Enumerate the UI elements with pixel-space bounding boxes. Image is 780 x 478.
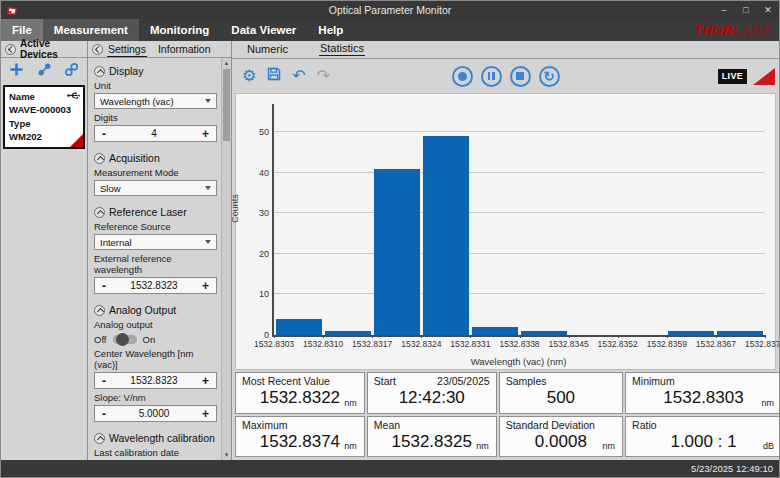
- scrollbar-thumb[interactable]: [223, 69, 230, 141]
- x-tick-label: 1532.8359: [647, 339, 687, 349]
- section-analog-title: Analog Output: [109, 304, 176, 316]
- center-plus-button[interactable]: +: [202, 375, 209, 387]
- x-tick-mark: [618, 335, 619, 338]
- collapse-display-icon[interactable]: [94, 66, 105, 77]
- x-tick-label: 1532.8310: [303, 339, 343, 349]
- digits-label: Digits: [94, 112, 217, 123]
- reference-source-select[interactable]: Internal: [94, 234, 217, 250]
- minimize-button[interactable]: –: [713, 1, 735, 19]
- histogram-bar: [374, 169, 420, 335]
- menu-help[interactable]: Help: [307, 19, 354, 41]
- digits-plus-button[interactable]: +: [202, 128, 209, 140]
- collapse-calibration-icon[interactable]: [94, 433, 105, 444]
- undo-button[interactable]: ↶: [292, 68, 305, 84]
- y-tick-label: 50: [244, 127, 269, 137]
- collapse-acquisition-icon[interactable]: [94, 153, 105, 164]
- stat-value: 1532.8325: [374, 432, 490, 452]
- section-display[interactable]: Display: [94, 65, 217, 77]
- refresh-icon: ↻: [544, 70, 555, 83]
- stat-start: Start23/05/2025 12:42:30: [367, 372, 497, 414]
- center-minus-button[interactable]: -: [102, 375, 106, 387]
- pause-icon: [488, 72, 495, 80]
- menu-data-viewer[interactable]: Data Viewer: [220, 19, 307, 41]
- tab-numeric[interactable]: Numeric: [246, 42, 289, 56]
- tab-information[interactable]: Information: [157, 42, 212, 56]
- section-acquisition-title: Acquisition: [109, 152, 160, 164]
- record-button[interactable]: [452, 66, 473, 87]
- stat-label: Ratio: [632, 419, 657, 431]
- external-ref-stepper[interactable]: - 1532.8323 +: [94, 277, 217, 294]
- stat-unit: nm: [476, 441, 489, 451]
- add-device-button[interactable]: [9, 62, 24, 81]
- external-ref-plus-button[interactable]: +: [202, 280, 209, 292]
- measurement-mode-select[interactable]: Slow: [94, 180, 217, 196]
- toggle-on-label: On: [143, 334, 156, 345]
- collapse-settings-icon[interactable]: [92, 44, 103, 55]
- scroll-down-icon[interactable]: ▼: [222, 450, 231, 460]
- stat-value: 0.0008: [506, 432, 616, 452]
- section-analog-output[interactable]: Analog Output: [94, 304, 217, 316]
- chart-toolbar: ⚙ ↶ ↷ ↻ LIVE: [232, 59, 779, 93]
- tab-settings[interactable]: Settings: [107, 42, 147, 57]
- slope-stepper[interactable]: - 5.0000 +: [94, 405, 217, 422]
- histogram-bar: [521, 331, 567, 335]
- maximize-button[interactable]: □: [735, 1, 757, 19]
- link-device-button[interactable]: [64, 62, 79, 81]
- stat-maximum: Maximum 1532.8374 nm: [235, 416, 365, 458]
- analog-output-toggle[interactable]: [113, 335, 137, 344]
- status-datetime: 5/23/2025 12:49:10: [691, 463, 773, 474]
- stat-label: Maximum: [242, 419, 288, 431]
- x-tick-label: 1532.8352: [598, 339, 638, 349]
- device-card[interactable]: Name WAVE-000003 Type WM202: [3, 85, 85, 149]
- external-ref-minus-button[interactable]: -: [102, 280, 106, 292]
- pause-button[interactable]: [481, 66, 502, 87]
- histogram-bar: [472, 327, 518, 335]
- scroll-up-icon[interactable]: ▲: [222, 58, 231, 68]
- calibration-date-label: Last calibration date: [94, 447, 217, 458]
- histogram-bar: [717, 331, 763, 335]
- collapse-reference-icon[interactable]: [94, 207, 105, 218]
- stat-unit: dB: [763, 441, 774, 451]
- collapse-analog-icon[interactable]: [94, 305, 105, 316]
- settings-gear-button[interactable]: ⚙: [242, 68, 256, 84]
- redo-button[interactable]: ↷: [317, 68, 330, 84]
- app-window: Optical Parameter Monitor – □ ✕ File Mea…: [0, 0, 780, 478]
- center-wavelength-stepper[interactable]: - 1532.8323 +: [94, 372, 217, 389]
- section-reference-laser[interactable]: Reference Laser: [94, 206, 217, 218]
- restart-button[interactable]: ↻: [539, 66, 560, 87]
- y-tick-label: 30: [244, 208, 269, 218]
- unit-select[interactable]: Wavelength (vac): [94, 93, 217, 109]
- tab-statistics[interactable]: Statistics: [319, 41, 365, 56]
- analog-output-label: Analog output: [94, 319, 217, 330]
- close-button[interactable]: ✕: [757, 1, 779, 19]
- x-tick-mark: [765, 335, 766, 338]
- section-acquisition[interactable]: Acquisition: [94, 152, 217, 164]
- digits-stepper[interactable]: - 4 +: [94, 125, 217, 142]
- x-tick-label: 1532.8331: [450, 339, 490, 349]
- stat-label: Minimum: [632, 375, 675, 387]
- app-logo-icon: [5, 5, 18, 16]
- digits-minus-button[interactable]: -: [102, 128, 106, 140]
- active-devices-header: Active Devices: [1, 41, 87, 58]
- collapse-devices-icon[interactable]: [5, 44, 16, 55]
- device-type-value: WM202: [9, 130, 79, 143]
- slope-minus-button[interactable]: -: [102, 408, 106, 420]
- stop-button[interactable]: [510, 66, 531, 87]
- section-wavelength-calibration[interactable]: Wavelength calibration: [94, 432, 217, 444]
- y-tick-label: 40: [244, 168, 269, 178]
- x-tick-mark: [421, 335, 422, 338]
- y-tick-label: 10: [244, 289, 269, 299]
- stat-label: Most Recent Value: [242, 375, 330, 387]
- stat-value: 12:42:30: [374, 388, 490, 408]
- menu-monitoring[interactable]: Monitoring: [139, 19, 220, 41]
- settings-scrollbar[interactable]: ▲ ▼: [221, 58, 231, 460]
- stat-unit: nm: [344, 398, 357, 408]
- slope-label: Slope: V/nm: [94, 392, 217, 403]
- slope-plus-button[interactable]: +: [202, 408, 209, 420]
- pair-devices-button[interactable]: [37, 62, 52, 81]
- save-button[interactable]: [267, 67, 281, 85]
- menu-bar: File Measurement Monitoring Data Viewer …: [1, 19, 779, 41]
- title-bar: Optical Parameter Monitor – □ ✕: [1, 1, 779, 19]
- stat-unit: nm: [603, 441, 616, 451]
- statistics-grid: Most Recent Value 1532.8322 nm Start23/0…: [232, 370, 779, 460]
